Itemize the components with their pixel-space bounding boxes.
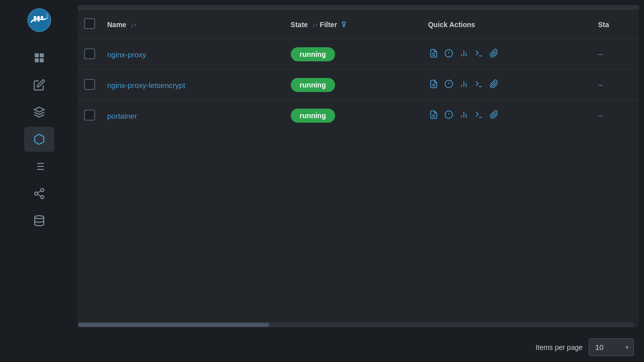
quick-actions-group (428, 49, 586, 60)
container-state-cell: running (285, 70, 422, 101)
svg-point-19 (41, 196, 44, 199)
state-badge: running (291, 78, 335, 92)
row-checkbox[interactable] (84, 48, 95, 59)
items-per-page-wrapper: 10 25 50 100 (589, 338, 634, 356)
svg-rect-2 (37, 16, 40, 19)
attach-icon[interactable] (489, 110, 500, 122)
container-name[interactable]: nginx-proxy-letsencrypt (107, 81, 185, 89)
containers-table: Name ↓↑ State ↓↑ Filter ⊽ Quick Actions (78, 10, 639, 131)
row-checkbox[interactable] (84, 110, 95, 121)
container-name-cell: nginx-proxy-letsencrypt (101, 70, 285, 101)
app-logo[interactable] (24, 5, 54, 35)
items-per-page-label: Items per page (536, 343, 583, 351)
inspect-icon[interactable] (443, 79, 454, 91)
horizontal-scrollbar-top[interactable] (78, 5, 639, 10)
table-row: nginx-proxy running (78, 39, 639, 70)
logs-icon[interactable] (428, 79, 439, 91)
svg-rect-9 (40, 58, 44, 62)
containers-table-wrapper: Name ↓↑ State ↓↑ Filter ⊽ Quick Actions (78, 5, 639, 327)
header-checkbox-cell (78, 10, 101, 39)
container-name-cell: nginx-proxy (101, 39, 285, 70)
quick-actions-cell (422, 70, 592, 101)
svg-rect-8 (35, 58, 39, 62)
row-checkbox-cell (78, 101, 101, 131)
attach-icon[interactable] (489, 49, 500, 60)
quick-actions-cell (422, 101, 592, 131)
horizontal-scrollbar-bottom[interactable] (78, 322, 634, 327)
container-state-cell: running (285, 101, 422, 131)
pagination-bar: Items per page 10 25 50 100 (78, 332, 644, 362)
svg-rect-4 (34, 19, 36, 22)
row-checkbox-cell (78, 70, 101, 101)
sta-cell: – (592, 70, 639, 101)
logs-icon[interactable] (428, 49, 439, 60)
main-content: Name ↓↑ State ↓↑ Filter ⊽ Quick Actions (78, 0, 644, 362)
stats-icon[interactable] (458, 49, 469, 60)
sta-cell: – (592, 101, 639, 131)
sidebar-item-dashboard[interactable] (24, 45, 54, 70)
exec-icon[interactable] (473, 79, 485, 91)
sidebar (0, 0, 78, 362)
exec-icon[interactable] (473, 49, 485, 60)
quick-actions-group (428, 110, 586, 122)
quick-actions-group (428, 79, 586, 91)
svg-point-18 (35, 192, 38, 195)
container-name-cell: portainer (101, 101, 285, 131)
svg-rect-3 (41, 16, 43, 19)
stats-icon[interactable] (458, 110, 469, 122)
header-name[interactable]: Name ↓↑ (101, 10, 285, 39)
sidebar-item-volumes[interactable] (24, 208, 54, 233)
attach-icon[interactable] (489, 79, 500, 91)
container-state-cell: running (285, 39, 422, 70)
svg-rect-5 (37, 19, 40, 22)
header-name-label: Name (107, 21, 126, 29)
svg-rect-6 (35, 53, 39, 57)
sidebar-item-list[interactable] (24, 154, 54, 179)
container-name[interactable]: portainer (107, 112, 137, 120)
header-quick-actions-label: Quick Actions (428, 21, 475, 29)
row-checkbox[interactable] (84, 79, 95, 90)
header-sta-label: Sta (598, 21, 609, 29)
container-name[interactable]: nginx-proxy (107, 50, 146, 59)
header-sta: Sta (592, 10, 639, 39)
sidebar-item-stacks[interactable] (24, 100, 54, 125)
table-row: nginx-proxy-letsencrypt running (78, 70, 639, 101)
header-quick-actions: Quick Actions (422, 10, 592, 39)
items-per-page-select[interactable]: 10 25 50 100 (589, 338, 634, 356)
state-badge: running (291, 47, 335, 61)
name-sort-icon[interactable]: ↓↑ (130, 22, 136, 29)
sta-cell: – (592, 39, 639, 70)
svg-point-22 (35, 216, 44, 219)
svg-marker-10 (34, 107, 44, 112)
inspect-icon[interactable] (443, 49, 454, 60)
svg-point-17 (41, 189, 44, 192)
sidebar-item-containers[interactable] (24, 127, 54, 152)
state-badge: running (291, 109, 335, 123)
sidebar-item-edit[interactable] (24, 72, 54, 98)
logs-icon[interactable] (428, 110, 439, 122)
filter-icon[interactable]: ⊽ (341, 21, 346, 29)
state-filter-label: Filter (320, 21, 339, 29)
exec-icon[interactable] (473, 110, 485, 122)
stats-icon[interactable] (458, 79, 469, 91)
svg-line-20 (37, 195, 41, 197)
svg-rect-1 (34, 16, 36, 19)
svg-line-21 (37, 191, 41, 193)
quick-actions-cell (422, 39, 592, 70)
header-state-label: State (291, 21, 308, 29)
inspect-icon[interactable] (443, 110, 454, 122)
sidebar-item-networks[interactable] (24, 181, 54, 206)
header-state[interactable]: State ↓↑ Filter ⊽ (285, 10, 422, 39)
row-checkbox-cell (78, 39, 101, 70)
select-all-checkbox[interactable] (84, 18, 95, 29)
state-sort-icon[interactable]: ↓↑ (312, 22, 318, 29)
table-scroll-area[interactable]: Name ↓↑ State ↓↑ Filter ⊽ Quick Actions (78, 10, 639, 322)
table-row: portainer running (78, 101, 639, 131)
svg-rect-7 (40, 53, 44, 57)
